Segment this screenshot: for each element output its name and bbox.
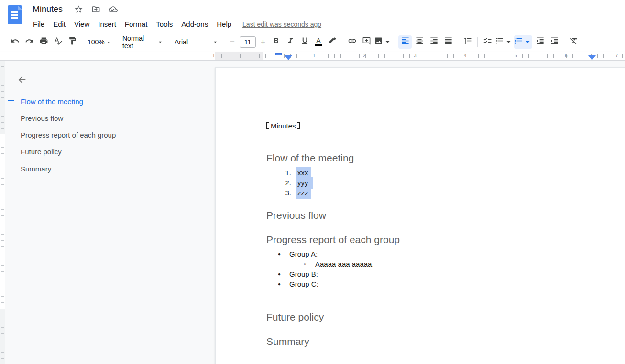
underline-button[interactable] bbox=[298, 35, 311, 49]
outline-item-flow-of-the-meeting[interactable]: Flow of the meeting bbox=[21, 96, 83, 107]
spellcheck-button[interactable] bbox=[51, 35, 65, 49]
document-outline-panel: Flow of the meeting Previous flow Progre… bbox=[5, 61, 215, 364]
align-left-button[interactable] bbox=[398, 35, 412, 49]
first-line-indent-marker[interactable] bbox=[275, 53, 282, 55]
font-size-decrease-button[interactable]: − bbox=[227, 37, 238, 47]
menu-tools[interactable]: Tools bbox=[152, 19, 177, 29]
undo-icon bbox=[11, 36, 20, 47]
numbered-list-button[interactable] bbox=[514, 35, 532, 49]
bold-button[interactable] bbox=[269, 35, 283, 49]
outline-item-future-policy[interactable]: Future policy bbox=[21, 146, 62, 157]
align-right-icon bbox=[429, 36, 439, 47]
insert-image-button[interactable] bbox=[374, 35, 392, 49]
menu-insert[interactable]: Insert bbox=[94, 19, 121, 29]
outline-item-progress-report[interactable]: Progress report of each group bbox=[21, 129, 116, 140]
docs-logo-icon[interactable] bbox=[8, 5, 22, 24]
menu-format[interactable]: Format bbox=[121, 19, 152, 29]
style-value: Normal text bbox=[122, 34, 156, 50]
doc-heading-flow-of-the-meeting[interactable]: Flow of the meeting bbox=[266, 151, 354, 164]
doc-heading-summary[interactable]: Summary bbox=[266, 335, 309, 348]
toolbar-divider bbox=[395, 37, 395, 47]
caret-down-icon bbox=[157, 39, 164, 45]
caret-down-icon bbox=[383, 37, 392, 46]
undo-button[interactable] bbox=[8, 35, 22, 49]
font-size-increase-button[interactable]: + bbox=[257, 37, 269, 47]
align-center-icon bbox=[415, 36, 424, 47]
cjk-bracket-right bbox=[297, 122, 300, 129]
ruler-number: 4 bbox=[464, 53, 467, 58]
bullet-list-button[interactable] bbox=[495, 35, 513, 49]
header: Minutes File Edit View Insert Format Too… bbox=[0, 0, 625, 32]
caret-down-icon bbox=[504, 37, 513, 46]
print-button[interactable] bbox=[37, 35, 50, 49]
doc-numbered-list[interactable]: 1. xxx 2. yyy 3. zzz bbox=[266, 168, 313, 198]
list-item[interactable]: 2. yyy bbox=[266, 178, 313, 188]
menu-edit[interactable]: Edit bbox=[49, 19, 70, 29]
list-item-sub[interactable]: ○ Aaaaa aaa aaaaa. bbox=[216, 259, 625, 269]
checklist-button[interactable] bbox=[481, 35, 494, 49]
align-right-button[interactable] bbox=[427, 35, 440, 49]
doc-heading-progress-report[interactable]: Progress report of each group bbox=[266, 233, 400, 246]
font-size-input[interactable]: 11 bbox=[240, 36, 256, 48]
zoom-select[interactable]: 100% bbox=[85, 35, 114, 49]
content-area: Flow of the meeting Previous flow Progre… bbox=[0, 61, 625, 364]
paint-format-button[interactable] bbox=[66, 35, 79, 49]
ruler-number: 1 bbox=[212, 53, 215, 58]
list-item[interactable]: 1. xxx bbox=[266, 168, 313, 178]
list-item[interactable]: ● Group B: bbox=[216, 269, 625, 279]
google-docs-window: Minutes File Edit View Insert Format Too… bbox=[0, 0, 625, 364]
cjk-bracket-left bbox=[266, 122, 269, 129]
outline-item-summary[interactable]: Summary bbox=[21, 163, 51, 174]
list-number: 2. bbox=[266, 178, 291, 188]
menu-view[interactable]: View bbox=[70, 19, 94, 29]
insert-link-button[interactable] bbox=[345, 35, 359, 49]
outdent-button[interactable] bbox=[533, 35, 547, 49]
list-text-selected: zzz bbox=[296, 187, 311, 199]
outline-item-previous-flow[interactable]: Previous flow bbox=[21, 112, 63, 124]
doc-heading-future-policy[interactable]: Future policy bbox=[266, 310, 324, 323]
list-number: 3. bbox=[266, 188, 291, 198]
justify-button[interactable] bbox=[441, 35, 455, 49]
move-folder-icon[interactable] bbox=[90, 4, 101, 14]
print-icon bbox=[39, 36, 48, 47]
add-comment-button[interactable] bbox=[360, 35, 373, 49]
menu-addons[interactable]: Add-ons bbox=[177, 19, 212, 29]
menu-file[interactable]: File bbox=[33, 19, 49, 29]
redo-button[interactable] bbox=[22, 35, 36, 49]
document-title[interactable]: Minutes bbox=[33, 4, 63, 14]
caret-down-icon bbox=[523, 37, 532, 46]
last-edit-link[interactable]: Last edit was seconds ago bbox=[242, 21, 321, 28]
ruler-number: 3 bbox=[414, 53, 417, 58]
vertical-ruler[interactable] bbox=[0, 61, 5, 364]
horizontal-ruler[interactable]: 1 1 2 3 4 5 6 7 bbox=[0, 52, 625, 61]
italic-button[interactable] bbox=[284, 35, 297, 49]
doc-bullet-list[interactable]: ● Group A: ○ Aaaaa aaa aaaaa. ● Group B:… bbox=[216, 249, 625, 289]
doc-paragraph-title[interactable]: Minutes bbox=[266, 121, 300, 131]
indent-button[interactable] bbox=[548, 35, 561, 49]
star-icon[interactable] bbox=[73, 4, 84, 14]
cloud-saved-icon[interactable] bbox=[108, 4, 118, 14]
left-indent-marker[interactable] bbox=[285, 55, 292, 60]
comment-icon bbox=[362, 36, 371, 47]
menu-help[interactable]: Help bbox=[212, 19, 236, 29]
paragraph-style-select[interactable]: Normal text bbox=[120, 35, 166, 49]
line-spacing-button[interactable] bbox=[461, 35, 474, 49]
toolbar-divider bbox=[82, 37, 82, 47]
text-color-button[interactable]: A bbox=[312, 35, 325, 49]
doc-heading-previous-flow[interactable]: Previous flow bbox=[266, 209, 326, 222]
list-item[interactable]: ● Group C: bbox=[216, 279, 625, 289]
clear-formatting-button[interactable] bbox=[567, 35, 581, 49]
list-text: Group B: bbox=[289, 269, 318, 279]
bullet-marker: ● bbox=[278, 269, 289, 279]
menu-bar: File Edit View Insert Format Tools Add-o… bbox=[33, 19, 321, 29]
document-page[interactable]: Minutes Flow of the meeting 1. xxx 2. yy… bbox=[215, 67, 625, 364]
list-item[interactable]: 3. zzz bbox=[266, 188, 313, 198]
spellcheck-icon bbox=[54, 36, 63, 47]
right-indent-marker[interactable] bbox=[588, 55, 596, 60]
close-outline-button[interactable] bbox=[16, 75, 28, 87]
align-center-button[interactable] bbox=[413, 35, 426, 49]
font-select[interactable]: Arial bbox=[172, 35, 221, 49]
list-item[interactable]: ● Group A: bbox=[216, 249, 625, 259]
toolbar-divider bbox=[564, 37, 564, 47]
highlight-button[interactable] bbox=[326, 35, 339, 49]
